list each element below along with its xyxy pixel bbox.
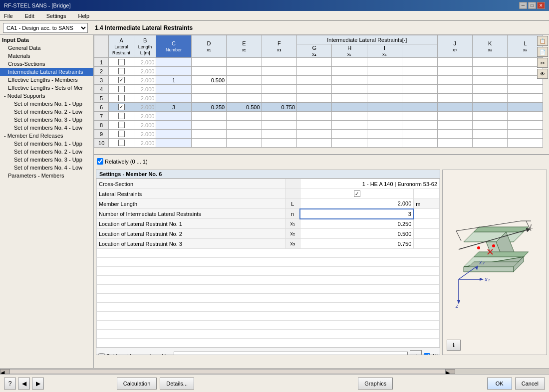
scrollbar-area[interactable]: ◀ ▶ — [0, 368, 549, 374]
all-checkbox[interactable] — [424, 353, 430, 356]
settings-value-number-restraints[interactable]: 3 — [300, 209, 413, 219]
row-checkbox[interactable] — [118, 86, 125, 92]
row-checkbox[interactable] — [118, 77, 125, 83]
grid-table-wrapper[interactable]: ALateralRestraint BLengthL [m] CNumber D… — [94, 35, 549, 154]
row-number-field[interactable] — [156, 85, 191, 94]
settings-unit-member-length: m — [414, 199, 440, 209]
row-checkbox[interactable] — [118, 59, 125, 65]
row-number-field[interactable]: 3 — [156, 103, 191, 112]
row-number: 9 — [94, 130, 109, 139]
sidebar-item-effective-lengths-sets[interactable]: Effective Lengths - Sets of Mer — [0, 84, 93, 92]
sidebar-item-nodal-set1-low[interactable]: Set of members No. 2 - Low — [0, 108, 93, 116]
member-end-group[interactable]: Member End Releases — [0, 132, 93, 140]
table-row[interactable]: 7 2.000 — [94, 112, 543, 121]
lateral-restraints-checkbox[interactable] — [354, 191, 360, 197]
sidebar-item-me-set1-up[interactable]: Set of members No. 1 - Upp — [0, 140, 93, 148]
graphics-button[interactable]: Graphics — [358, 378, 393, 390]
sidebar-item-general-data[interactable]: General Data — [0, 44, 93, 52]
relatively-checkbox-label[interactable]: Relatively (0 ... 1) — [97, 158, 148, 165]
set-input-checkbox-label[interactable]: Set input for members No.: — [98, 353, 172, 356]
row-number-field[interactable] — [156, 58, 191, 67]
sidebar-item-me-set4-low[interactable]: Set of members No. 4 - Low — [0, 164, 93, 172]
row-lateral-restraint[interactable] — [109, 58, 134, 67]
row-number-field[interactable] — [156, 130, 191, 139]
sidebar-item-nodal-set1-up[interactable]: Set of members No. 1 - Upp — [0, 100, 93, 108]
sidebar-item-me-set3-up[interactable]: Set of members No. 3 - Upp — [0, 156, 93, 164]
scroll-left-btn[interactable]: ◀ — [0, 369, 10, 374]
minimize-button[interactable]: ─ — [519, 2, 527, 9]
row-lateral-restraint[interactable] — [109, 67, 134, 76]
all-checkbox-label[interactable]: All — [424, 353, 438, 356]
row-x9a — [473, 85, 508, 94]
table-row[interactable]: 2 2.000 — [94, 67, 543, 76]
relatively-checkbox[interactable] — [97, 158, 103, 165]
row-x1 — [191, 130, 226, 139]
table-row[interactable]: 8 2.000 — [94, 121, 543, 130]
row-checkbox[interactable] — [118, 68, 125, 74]
table-row[interactable]: 10 2.000 — [94, 139, 543, 148]
menu-settings[interactable]: Settings — [44, 13, 68, 19]
grid-delete-btn[interactable]: ✂ — [537, 58, 548, 68]
set-input-checkbox[interactable] — [98, 353, 105, 356]
scrollbar-track[interactable] — [10, 369, 445, 374]
scroll-right-btn[interactable]: ▶ — [445, 369, 455, 374]
menu-help[interactable]: Help — [76, 13, 91, 19]
table-row[interactable]: 4 2.000 — [94, 85, 543, 94]
row-lateral-restraint[interactable] — [109, 121, 134, 130]
ok-button[interactable]: OK — [487, 378, 512, 390]
row-checkbox[interactable] — [118, 113, 125, 119]
next-btn[interactable]: ▶ — [32, 378, 44, 390]
row-lateral-restraint[interactable] — [109, 85, 134, 94]
row-number-field[interactable]: 1 — [156, 76, 191, 85]
row-number-field[interactable] — [156, 139, 191, 148]
menu-edit[interactable]: Edit — [23, 13, 36, 19]
help-btn[interactable]: ? — [4, 378, 16, 390]
row-checkbox[interactable] — [118, 122, 125, 128]
prev-btn[interactable]: ◀ — [18, 378, 30, 390]
sidebar-item-materials[interactable]: Materials — [0, 52, 93, 60]
sidebar-item-nodal-set4-low[interactable]: Set of members No. 4 - Low — [0, 124, 93, 132]
info-button[interactable]: ℹ — [447, 340, 461, 351]
menu-file[interactable]: File — [2, 13, 15, 19]
row-lateral-restraint[interactable] — [109, 112, 134, 121]
svg-marker-6 — [474, 252, 529, 257]
row-checkbox[interactable] — [118, 95, 125, 101]
nodal-supports-group[interactable]: Nodal Supports — [0, 92, 93, 100]
table-row[interactable]: 1 2.000 — [94, 58, 543, 67]
sidebar-item-effective-lengths-members[interactable]: Effective Lengths - Members — [0, 76, 93, 84]
sidebar-item-cross-sections[interactable]: Cross-Sections — [0, 60, 93, 68]
row-lateral-restraint[interactable] — [109, 139, 134, 148]
calculation-button[interactable]: Calculation — [117, 378, 157, 390]
row-checkbox[interactable] — [118, 140, 125, 146]
details-button[interactable]: Details... — [160, 378, 194, 390]
row-lateral-restraint[interactable] — [109, 94, 134, 103]
maximize-button[interactable]: □ — [528, 2, 536, 9]
table-row[interactable]: 3 2.000 1 0.500 — [94, 76, 543, 85]
member-number-confirm-btn[interactable]: ✓ — [410, 350, 422, 355]
row-number-field[interactable] — [156, 67, 191, 76]
table-row[interactable]: 9 2.000 — [94, 130, 543, 139]
table-row[interactable]: 5 2.000 — [94, 94, 543, 103]
sidebar-item-nodal-set3-up[interactable]: Set of members No. 3 - Upp — [0, 116, 93, 124]
grid-subheader-I: Ix₆ — [367, 44, 402, 58]
row-lateral-restraint[interactable] — [109, 76, 134, 85]
row-number-field[interactable] — [156, 121, 191, 130]
grid-view-btn[interactable]: 👁 — [537, 69, 548, 79]
info-btn-container: ℹ — [447, 340, 543, 351]
row-checkbox[interactable] — [118, 131, 125, 137]
sidebar-item-intermediate-lateral[interactable]: Intermediate Lateral Restraints — [0, 68, 93, 76]
design-case-dropdown[interactable]: CA1 - Design acc. to SANS — [3, 23, 88, 33]
table-row[interactable]: 6 2.000 3 0.250 0.500 0.750 — [94, 103, 543, 112]
sidebar-item-me-set1-low[interactable]: Set of members No. 2 - Low — [0, 148, 93, 156]
row-number-field[interactable] — [156, 112, 191, 121]
grid-copy-btn[interactable]: 📄 — [537, 47, 548, 57]
row-number-field[interactable] — [156, 94, 191, 103]
member-number-input[interactable] — [174, 352, 407, 355]
cancel-button[interactable]: Cancel — [515, 378, 545, 390]
sidebar-item-parameters-members[interactable]: Parameters - Members — [0, 172, 93, 180]
grid-add-btn[interactable]: 📋 — [537, 36, 548, 46]
row-lateral-restraint[interactable] — [109, 103, 134, 112]
row-checkbox[interactable] — [118, 104, 125, 110]
close-button[interactable]: ✕ — [537, 2, 545, 9]
row-lateral-restraint[interactable] — [109, 130, 134, 139]
